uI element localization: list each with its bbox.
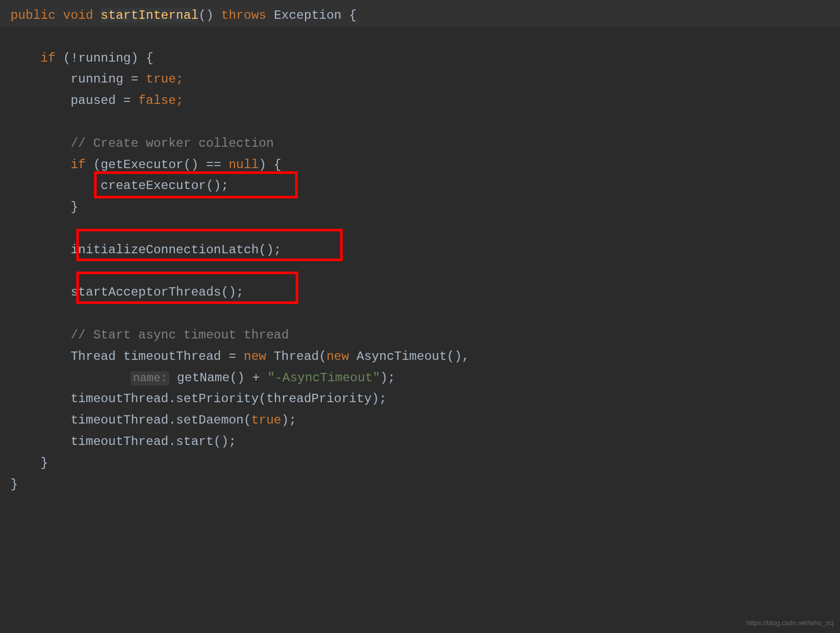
code-line-19: timeoutThread.setPriority(threadPriority…: [10, 389, 830, 410]
code-editor[interactable]: public void startInternal() throws Excep…: [0, 0, 840, 500]
method-name: startInternal: [101, 8, 199, 22]
code-line-8: if (getExecutor() == null) {: [10, 155, 830, 176]
exception-type: Exception: [274, 8, 342, 22]
method-call: timeoutThread.setDaemon(: [71, 413, 251, 427]
end: );: [281, 413, 296, 427]
condition-rest: ) {: [259, 158, 281, 172]
end: );: [380, 371, 395, 385]
assignment: paused =: [71, 93, 138, 108]
closing-brace: }: [41, 456, 48, 470]
constructor: Thread(: [266, 349, 326, 364]
method-call: createExecutor();: [101, 179, 229, 193]
code-line-17: Thread timeoutThread = new Thread(new As…: [10, 346, 830, 368]
code-line-23: }: [10, 474, 830, 496]
code-line-7: // Create worker collection: [10, 133, 830, 155]
method-call: getName() +: [169, 371, 267, 385]
code-line-5: paused = false;: [10, 90, 830, 112]
code-line-18: name: getName() + "-AsyncTimeout");: [10, 368, 830, 389]
code-line-blank: [10, 218, 830, 240]
keyword-false: false: [138, 93, 176, 108]
code-line-16: // Start async timeout thread: [10, 325, 830, 346]
code-line-20: timeoutThread.setDaemon(true);: [10, 410, 830, 431]
code-line-blank: [10, 261, 830, 283]
string-literal: "-AsyncTimeout": [267, 371, 380, 385]
keyword-null: null: [229, 158, 259, 172]
brace: }: [71, 200, 78, 214]
assignment: running =: [71, 72, 146, 86]
code-line-blank: [10, 303, 830, 325]
keyword-throws: throws: [221, 8, 266, 22]
brace: {: [349, 8, 356, 22]
code-line-4: running = true;: [10, 69, 830, 90]
watermark: https://blog.csdn.net/whu_zcj: [746, 617, 834, 629]
keyword-true: true: [146, 72, 176, 86]
closing-brace: }: [10, 477, 18, 491]
code-line-21: timeoutThread.start();: [10, 431, 830, 453]
parens: (): [199, 8, 214, 22]
condition: (!running): [63, 51, 138, 65]
method-call: initializeConnectionLatch();: [71, 243, 281, 257]
keyword-true: true: [251, 413, 282, 427]
method-call: timeoutThread.start();: [71, 435, 236, 449]
condition-call: (getExecutor() ==: [93, 158, 228, 172]
code-line-1: public void startInternal() throws Excep…: [0, 0, 840, 27]
code-line-12: initializeConnectionLatch();: [10, 240, 830, 261]
param-hint: name:: [131, 371, 169, 385]
code-line-22: }: [10, 453, 830, 474]
method-call: startAcceptorThreads();: [71, 285, 243, 299]
keyword-public: public: [10, 8, 55, 22]
method-call: timeoutThread.setPriority(threadPriority…: [71, 392, 387, 406]
keyword-new: new: [326, 349, 349, 364]
code-line-10: }: [10, 197, 830, 218]
semicolon: ;: [176, 93, 183, 108]
declaration: Thread timeoutThread =: [71, 349, 243, 364]
brace: {: [146, 51, 153, 65]
code-line-3: if (!running) {: [10, 48, 830, 69]
semicolon: ;: [176, 72, 183, 86]
code-line-blank: [10, 112, 830, 133]
code-line-14: startAcceptorThreads();: [10, 282, 830, 303]
constructor-end: AsyncTimeout(),: [349, 349, 469, 364]
code-line-blank: [10, 27, 830, 48]
keyword-if: if: [71, 158, 86, 172]
code-line-9: createExecutor();: [10, 175, 830, 197]
keyword-if: if: [41, 51, 56, 65]
keyword-new: new: [243, 349, 266, 364]
keyword-void: void: [63, 8, 94, 22]
comment: // Create worker collection: [71, 136, 274, 150]
comment: // Start async timeout thread: [71, 328, 289, 342]
